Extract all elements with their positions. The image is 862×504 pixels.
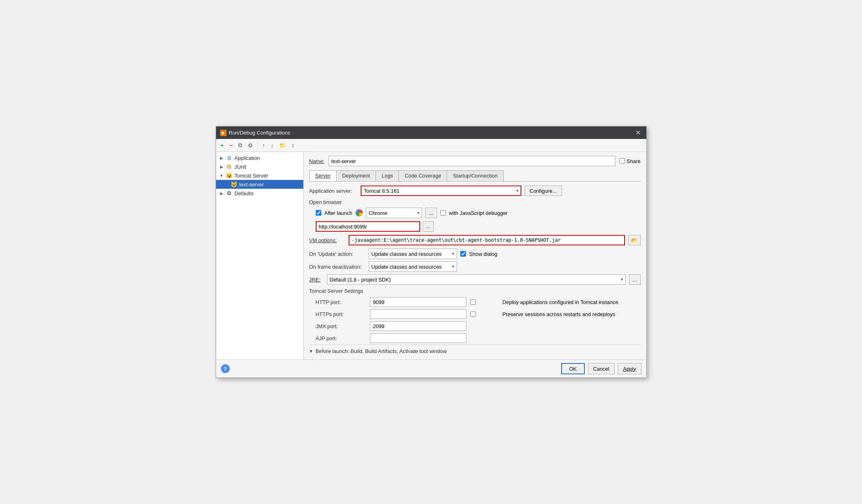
ok-button[interactable]: OK xyxy=(561,363,585,374)
tab-startup-connection[interactable]: Startup/Connection xyxy=(447,170,503,181)
application-icon: 🖥 xyxy=(226,155,233,161)
tab-server[interactable]: Server xyxy=(309,170,337,181)
bl-down-button[interactable]: ↓ xyxy=(346,357,353,359)
up-button[interactable]: ↑ xyxy=(260,141,267,150)
sidebar-item-application[interactable]: ▶ 🖥 Application xyxy=(216,153,303,162)
sort-button[interactable]: ↕ xyxy=(290,141,296,150)
app-server-select-wrapper: Tomcat 8.5.161 xyxy=(361,186,521,196)
vm-browse-button[interactable]: 📂 xyxy=(628,235,641,245)
toolbar: + − ⧉ ⚙ ↑ ↓ 📁 ↕ xyxy=(216,139,646,152)
before-launch-header: ▼ Before launch: Build, Build Artifacts,… xyxy=(309,348,641,354)
junit-label: JUnit xyxy=(235,164,247,170)
bottom-bar: ? OK Cancel Apply xyxy=(216,359,646,377)
sidebar-item-defaults[interactable]: ▶ ⚙ Defaults xyxy=(216,189,303,198)
bl-edit-button[interactable]: ✏ xyxy=(327,357,336,359)
jre-select-wrapper: Default (1.8 - project SDK) xyxy=(327,274,626,285)
title-bar-left: ▶ Run/Debug Configurations xyxy=(220,130,290,136)
on-frame-select[interactable]: Update classes and resources xyxy=(369,261,457,272)
cancel-button[interactable]: Cancel xyxy=(588,363,615,374)
tab-deployment[interactable]: Deployment xyxy=(336,170,376,181)
tab-logs[interactable]: Logs xyxy=(376,170,399,181)
tab-logs-label: Logs xyxy=(382,173,393,179)
gear-button[interactable]: ⚙ xyxy=(246,141,255,150)
show-dialog-checkbox[interactable] xyxy=(460,251,466,257)
text-server-icon: 🐱 xyxy=(231,181,238,188)
show-dialog-label: Show dialog xyxy=(469,251,498,257)
folder-button[interactable]: 📁 xyxy=(277,141,288,150)
bl-up-button[interactable]: ↑ xyxy=(337,357,344,359)
browser-more-button[interactable]: ... xyxy=(425,208,437,218)
remove-button[interactable]: − xyxy=(227,141,235,150)
jmx-port-input[interactable] xyxy=(370,321,466,331)
jre-more-button[interactable]: ... xyxy=(629,274,641,285)
open-browser-section: Open browser After launch Chrome ... wit… xyxy=(309,199,641,218)
sidebar-item-junit[interactable]: ▶ ⚙ JUnit xyxy=(216,162,303,171)
url-input[interactable] xyxy=(316,221,420,232)
content-area: ▶ 🖥 Application ▶ ⚙ JUnit ▼ 🐱 Tomcat Ser… xyxy=(216,152,646,359)
ajp-port-label: AJP port: xyxy=(316,335,366,341)
close-button[interactable]: ✕ xyxy=(634,129,642,137)
toolbar-divider xyxy=(257,142,258,149)
http-port-label: HTTP port: xyxy=(316,299,366,305)
vm-options-label: VM options: xyxy=(309,237,345,243)
on-update-label: On 'Update' action: xyxy=(309,251,366,257)
preserve-sessions-label: Preserve sessions across restarts and re… xyxy=(502,311,641,317)
share-checkbox[interactable] xyxy=(619,158,625,164)
on-update-select[interactable]: Update classes and resources xyxy=(369,249,457,259)
arrow-icon-defaults: ▶ xyxy=(219,191,224,196)
apply-button[interactable]: Apply xyxy=(618,363,641,374)
text-server-label: text-server xyxy=(239,182,264,188)
jre-row: JRE: Default (1.8 - project SDK) ... xyxy=(309,274,641,285)
ajp-port-input[interactable] xyxy=(370,333,466,343)
url-more-button[interactable]: ... xyxy=(423,221,434,232)
vm-options-input[interactable] xyxy=(349,235,625,245)
share-area: Share xyxy=(619,158,641,164)
deploy-apps-checkbox[interactable] xyxy=(470,299,476,305)
down-button[interactable]: ↓ xyxy=(269,141,276,150)
tab-code-coverage[interactable]: Code Coverage xyxy=(398,170,447,181)
https-port-input[interactable] xyxy=(370,309,466,319)
name-row: Name: Share xyxy=(309,156,641,166)
bl-remove-button[interactable]: − xyxy=(318,357,325,359)
sidebar-item-tomcat[interactable]: ▼ 🐱 Tomcat Server xyxy=(216,171,303,180)
port-grid: HTTP port: Deploy applications configure… xyxy=(309,297,641,343)
jre-label: JRE: xyxy=(309,277,324,283)
app-server-select[interactable]: Tomcat 8.5.161 xyxy=(361,186,521,196)
arrow-icon-tomcat: ▼ xyxy=(219,173,224,178)
browser-select[interactable]: Chrome xyxy=(366,208,422,218)
js-debugger-checkbox[interactable] xyxy=(440,210,446,216)
sidebar-item-text-server[interactable]: 🐱 text-server xyxy=(216,180,303,189)
add-button[interactable]: + xyxy=(219,141,226,150)
http-port-input[interactable] xyxy=(370,297,466,307)
main-panel: Name: Share Server Deployment Logs xyxy=(304,152,646,359)
bl-add-button[interactable]: + xyxy=(309,357,317,359)
https-port-label: HTTPs port: xyxy=(316,311,366,317)
junit-icon: ⚙ xyxy=(226,163,233,170)
js-debugger-label: with JavaScript debugger xyxy=(449,210,508,216)
before-launch-section: ▼ Before launch: Build, Build Artifacts,… xyxy=(309,345,641,359)
run-debug-dialog: ▶ Run/Debug Configurations ✕ + − ⧉ ⚙ ↑ ↓… xyxy=(216,126,647,378)
sidebar: ▶ 🖥 Application ▶ ⚙ JUnit ▼ 🐱 Tomcat Ser… xyxy=(216,152,304,359)
vm-options-row: VM options: 📂 xyxy=(309,235,641,245)
on-update-select-wrapper: Update classes and resources xyxy=(369,249,457,259)
expand-icon: ▼ xyxy=(309,349,313,353)
chrome-icon xyxy=(355,209,363,216)
after-launch-checkbox[interactable] xyxy=(316,210,321,216)
preserve-sessions-checkbox[interactable] xyxy=(470,311,476,317)
configure-button[interactable]: Configure... xyxy=(525,186,562,196)
help-button[interactable]: ? xyxy=(221,364,230,373)
arrow-icon-application: ▶ xyxy=(219,156,224,160)
copy-button[interactable]: ⧉ xyxy=(236,141,244,150)
name-input[interactable] xyxy=(329,156,615,166)
jre-select[interactable]: Default (1.8 - project SDK) xyxy=(327,274,626,285)
after-launch-label: After launch xyxy=(325,210,352,216)
tabs: Server Deployment Logs Code Coverage Sta… xyxy=(309,170,641,182)
deploy-apps-label: Deploy applications configured in Tomcat… xyxy=(502,299,641,305)
on-frame-label: On frame deactivation: xyxy=(309,264,366,270)
application-label: Application xyxy=(235,155,260,161)
name-label: Name: xyxy=(309,158,325,164)
app-server-label: Application server: xyxy=(309,188,357,194)
browser-select-wrapper: Chrome xyxy=(366,208,422,218)
on-frame-select-wrapper: Update classes and resources xyxy=(369,261,457,272)
defaults-icon: ⚙ xyxy=(226,190,233,196)
